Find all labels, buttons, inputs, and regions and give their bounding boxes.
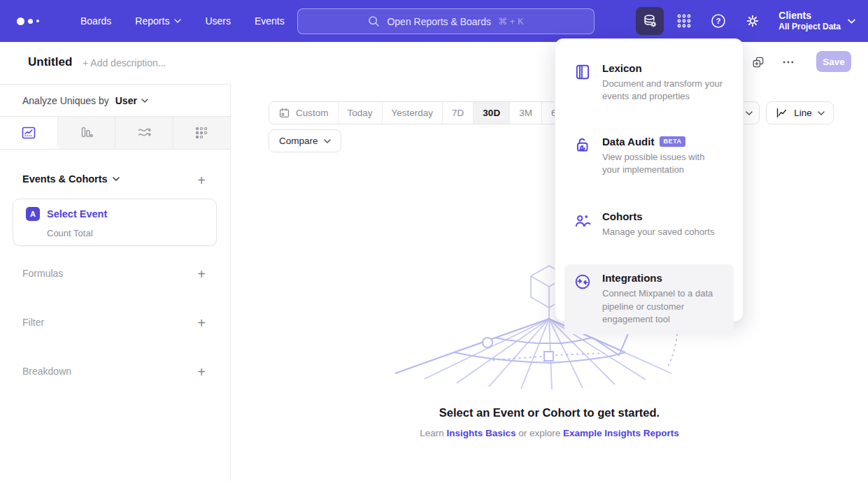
- top-navbar: Boards Reports Users Events Open Reports…: [0, 0, 868, 42]
- chart-type-tabs: [0, 116, 230, 150]
- add-formula-button[interactable]: +: [194, 266, 209, 282]
- tab-flow-chart[interactable]: [115, 117, 173, 149]
- dot-grid-tab-icon: [193, 124, 210, 141]
- calendar-icon: [278, 107, 290, 119]
- analyze-row: Analyze Uniques by User: [22, 85, 148, 116]
- event-card[interactable]: A Select Event Count Total: [13, 199, 217, 246]
- empty-state-title: Select an Event or Cohort to get started…: [231, 406, 868, 419]
- select-event-link[interactable]: Select Event: [47, 208, 107, 220]
- date-range-label: Custom: [296, 108, 329, 118]
- menu-item-data-audit[interactable]: Data Audit BETA View possible issues wit…: [564, 128, 734, 185]
- menu-item-lexicon[interactable]: Lexicon Document and transform your even…: [564, 55, 734, 111]
- navbar-right: ? Clients All Project Data: [636, 0, 855, 42]
- nav-label: Events: [255, 15, 285, 27]
- add-event-button[interactable]: +: [194, 173, 209, 188]
- empty-state-links: Learn Insights Basics or explore Example…: [231, 428, 868, 438]
- menu-item-integrations[interactable]: Integrations Connect Mixpanel to a data …: [564, 264, 734, 333]
- learn-prefix: Learn: [420, 428, 444, 438]
- ellipsis-icon: [781, 55, 795, 69]
- duplicate-report-button[interactable]: [749, 53, 767, 71]
- apps-grid-icon: [676, 13, 692, 29]
- project-name: Clients: [778, 10, 841, 22]
- menu-item-title: Data Audit: [602, 136, 654, 148]
- bar-chart-tab-icon: [78, 124, 94, 141]
- analyze-by-selector[interactable]: User: [115, 95, 148, 106]
- search-shortcut: ⌘ + K: [498, 16, 524, 27]
- mixpanel-logo[interactable]: [17, 17, 53, 25]
- menu-item-description: Document and transform your events and p…: [602, 78, 725, 103]
- date-range-label: 30D: [483, 108, 500, 118]
- copy-plus-icon: [751, 55, 765, 69]
- date-range-label: 7D: [452, 108, 464, 118]
- add-description-button[interactable]: + Add description...: [83, 57, 166, 69]
- nav-label: Users: [205, 15, 231, 27]
- menu-item-description: Manage your saved cohorts: [602, 226, 714, 238]
- date-range-label: Today: [348, 108, 373, 118]
- data-audit-lock-icon: [574, 136, 592, 177]
- global-search-input[interactable]: Open Reports & Boards ⌘ + K: [297, 8, 595, 34]
- project-selector[interactable]: Clients All Project Data: [778, 10, 855, 33]
- help-button[interactable]: ?: [704, 7, 732, 35]
- menu-item-title: Integrations: [602, 272, 662, 284]
- add-filter-button[interactable]: +: [194, 315, 209, 331]
- chevron-down-icon: [174, 19, 181, 23]
- main-nav: Boards Reports Users Events: [69, 10, 297, 32]
- events-cohorts-label: Events & Cohorts: [22, 173, 108, 185]
- date-range-today[interactable]: Today: [339, 102, 383, 124]
- more-options-button[interactable]: [779, 53, 797, 71]
- tab-bar-chart[interactable]: [58, 117, 116, 149]
- compare-button[interactable]: Compare: [269, 129, 341, 152]
- chevron-down-icon: [113, 177, 120, 181]
- beta-badge: BETA: [660, 136, 685, 147]
- menu-item-description: Connect Mixpanel to a data pipeline or c…: [602, 287, 725, 326]
- chevron-down-icon: [818, 111, 825, 115]
- chart-style-selector[interactable]: Line: [766, 101, 834, 124]
- lexicon-book-icon: [574, 62, 592, 103]
- date-range-yesterday[interactable]: Yesterday: [383, 102, 443, 124]
- chevron-down-icon: [746, 111, 753, 115]
- date-range-selector: Custom Today Yesterday 7D 30D 3M 6M: [269, 101, 574, 124]
- nav-label: Boards: [80, 15, 111, 27]
- svg-text:?: ?: [716, 17, 721, 25]
- analyze-by-value: User: [115, 95, 137, 106]
- date-range-custom[interactable]: Custom: [269, 102, 339, 124]
- filter-section-label: Filter: [22, 317, 44, 328]
- chevron-down-icon: [141, 99, 148, 103]
- chart-style-label: Line: [794, 108, 812, 118]
- project-scope: All Project Data: [778, 22, 841, 32]
- database-gear-icon: [641, 13, 658, 29]
- flow-tab-icon: [136, 124, 152, 141]
- report-title[interactable]: Untitled: [28, 55, 72, 69]
- tab-insights-line[interactable]: [0, 117, 58, 149]
- nav-item-reports[interactable]: Reports: [123, 10, 193, 32]
- date-range-30d[interactable]: 30D: [474, 102, 510, 124]
- events-cohorts-header[interactable]: Events & Cohorts: [22, 173, 120, 185]
- apps-grid-button[interactable]: [670, 7, 698, 35]
- menu-item-cohorts[interactable]: Cohorts Manage your saved cohorts: [564, 203, 734, 246]
- chevron-down-icon: [848, 19, 855, 24]
- add-breakdown-button[interactable]: +: [194, 364, 209, 380]
- count-type-selector[interactable]: Count Total: [47, 228, 93, 238]
- data-management-button[interactable]: [636, 7, 664, 35]
- line-chart-icon: [775, 106, 788, 120]
- integrations-sync-icon: [574, 272, 592, 326]
- search-icon: [368, 15, 380, 27]
- settings-gear-icon: [744, 13, 761, 29]
- compare-label: Compare: [279, 136, 318, 146]
- query-builder-sidebar: Analyze Uniques by User: [0, 84, 231, 481]
- nav-item-events[interactable]: Events: [243, 10, 297, 32]
- or-explore-text: or explore: [518, 428, 560, 438]
- insights-basics-link[interactable]: Insights Basics: [446, 428, 515, 438]
- cohorts-people-icon: [574, 210, 592, 238]
- nav-item-boards[interactable]: Boards: [69, 10, 123, 32]
- tab-retention-grid[interactable]: [173, 117, 231, 149]
- formulas-section-label: Formulas: [22, 268, 63, 279]
- menu-item-title: Cohorts: [602, 210, 643, 222]
- save-button[interactable]: Save: [816, 51, 851, 72]
- date-range-7d[interactable]: 7D: [443, 102, 474, 124]
- nav-item-users[interactable]: Users: [193, 10, 243, 32]
- example-insights-reports-link[interactable]: Example Insights Reports: [563, 428, 679, 438]
- menu-item-description: View possible issues with your implement…: [602, 151, 725, 177]
- settings-button[interactable]: [739, 7, 767, 35]
- date-range-3m[interactable]: 3M: [510, 102, 542, 124]
